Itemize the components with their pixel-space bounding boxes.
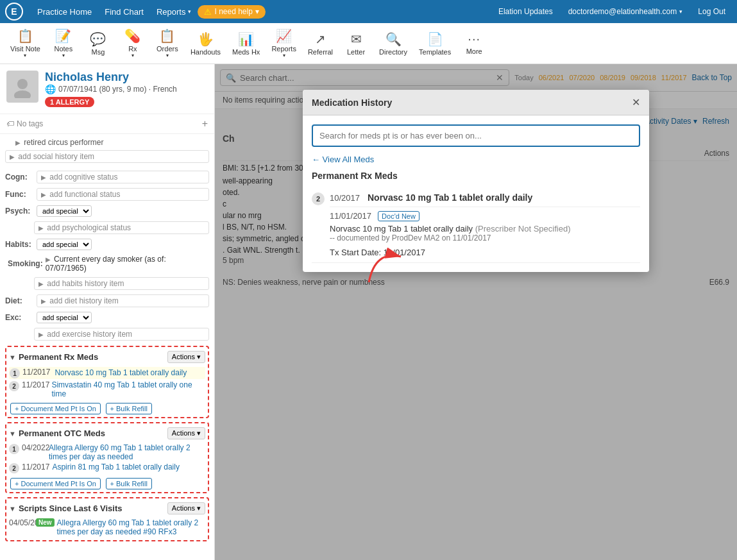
top-nav: E Practice Home Find Chart Reports ▾ ⚠ I… — [0, 0, 737, 23]
reports-toolbar-caret: ▾ — [283, 53, 285, 58]
otc-med-row-2: 2 11/2017 Aspirin 81 mg Tab 1 tablet ora… — [9, 462, 205, 473]
permanent-otc-meds-section: ▼ Permanent OTC Meds Actions ▾ 1 04/2022… — [5, 422, 209, 493]
patient-dob: 07/07/1941 (80 yrs, 9 mo) · French — [58, 85, 177, 94]
rx-med-row-1: 1 11/2017 Norvasc 10 mg Tab 1 tablet ora… — [9, 367, 205, 379]
visit-note-icon: 📋 — [17, 28, 33, 44]
modal-med-row: 2 10/2017 Norvasc 10 mg Tab 1 tablet ora… — [312, 187, 640, 263]
add-psych-btn[interactable]: ▶ add psychological status — [34, 221, 209, 234]
otc-doc-med-btn[interactable]: + Document Med Pt Is On — [10, 478, 101, 489]
no-tags-row: 🏷 No tags + — [0, 114, 214, 134]
more-btn[interactable]: ··· More — [457, 29, 491, 58]
func-row: Func: ▶ add functional status — [0, 187, 214, 202]
rx-meds-actions-btn[interactable]: Actions ▾ — [167, 351, 205, 363]
handouts-btn[interactable]: 🖐 Handouts — [185, 29, 226, 58]
doc-med-btn[interactable]: + Document Med Pt Is On — [10, 403, 101, 414]
visit-note-btn[interactable]: 📋 Visit Note ▾ — [5, 26, 46, 61]
account-caret: ▾ — [679, 8, 682, 15]
scripts-toggle[interactable]: ▼ — [9, 505, 16, 513]
func-label: Func: — [5, 190, 34, 199]
reports-toolbar-btn[interactable]: 📈 Reports ▾ — [266, 26, 301, 61]
add-diet-btn[interactable]: ▶ add diet history item — [37, 294, 209, 307]
tx-date: Tx Start Date: 11/01/2017 — [330, 242, 640, 257]
referral-icon: ↗ — [315, 31, 326, 47]
modal-overlay: Medication History ✕ ← View All Meds Per… — [215, 64, 737, 560]
no-tags-label: No tags — [17, 119, 43, 128]
modal-close-btn[interactable]: ✕ — [632, 96, 640, 108]
add-func-btn[interactable]: ▶ add functional status — [37, 188, 209, 201]
rx-med-date-1: 11/2017 — [22, 368, 50, 377]
habits-add-row: ▶ add habits history item — [0, 276, 214, 291]
expand-exercise-icon: ▶ — [38, 331, 44, 338]
otc-med-date-1: 04/2022 — [22, 443, 46, 452]
directory-icon: 🔍 — [385, 31, 402, 47]
rx-btn[interactable]: 💊 Rx ▾ — [116, 26, 149, 61]
i-need-help-btn[interactable]: ⚠ I need help ▾ — [198, 5, 265, 19]
prescriber-text: (Prescriber Not Specified) — [475, 224, 571, 233]
elation-logo[interactable]: E — [5, 3, 23, 21]
meds-hx-btn[interactable]: 📊 Meds Hx — [227, 29, 265, 58]
scripts-title: ▼ Scripts Since Last 6 Visits — [9, 504, 123, 513]
psych-dropdown[interactable]: add special — [37, 205, 92, 217]
reports-nav[interactable]: Reports ▾ — [150, 7, 198, 17]
modal-body: ← View All Meds Permanent Rx Meds 2 10/2… — [303, 115, 649, 272]
avatar — [6, 71, 38, 103]
rx-icon: 💊 — [124, 28, 140, 44]
visit-note-caret: ▾ — [24, 53, 26, 58]
svg-point-1 — [14, 90, 31, 98]
elation-updates-nav[interactable]: Elation Updates — [492, 7, 559, 16]
exercise-add-row: ▶ add exercise history item — [0, 327, 214, 342]
exercise-dropdown[interactable]: add special — [37, 312, 92, 323]
rx-meds-header: ▼ Permanent Rx Meds Actions ▾ — [9, 350, 205, 364]
scripts-actions-btn[interactable]: Actions ▾ — [167, 502, 205, 514]
allergy-badge[interactable]: 1 ALLERGY — [45, 97, 94, 107]
directory-btn[interactable]: 🔍 Directory — [374, 29, 412, 58]
referral-btn[interactable]: ↗ Referral — [303, 29, 338, 58]
exercise-label: Exc: — [5, 313, 34, 322]
svg-point-0 — [17, 79, 28, 89]
script-link-1[interactable]: Allegra Allergy 60 mg Tab 1 tablet orall… — [57, 518, 205, 536]
add-tag-btn[interactable]: + — [202, 118, 208, 130]
modal-med-name: Norvasc 10 mg Tab 1 tablet orally daily — [368, 192, 532, 203]
add-exercise-btn[interactable]: ▶ add exercise history item — [34, 328, 209, 341]
cogn-label: Cogn: — [5, 173, 34, 182]
orders-btn[interactable]: 📋 Orders ▾ — [151, 26, 184, 61]
otc-med-link-2[interactable]: Aspirin 81 mg Tab 1 tablet orally daily — [52, 462, 180, 471]
rx-med-link-1[interactable]: Norvasc 10 mg Tab 1 tablet orally daily — [53, 368, 189, 378]
otc-meds-actions-btn[interactable]: Actions ▾ — [167, 427, 205, 439]
user-account-nav[interactable]: doctordemo@elationhealth.com ▾ — [562, 7, 690, 16]
rx-meds-btns: + Document Med Pt Is On + Bulk Refill — [9, 401, 205, 414]
rx-meds-toggle[interactable]: ▼ — [9, 353, 16, 361]
add-cogn-btn[interactable]: ▶ add cognitive status — [37, 171, 209, 183]
modal-search-input[interactable] — [312, 124, 640, 147]
otc-meds-toggle[interactable]: ▼ — [9, 430, 16, 437]
view-all-meds-link[interactable]: ← View All Meds — [312, 155, 640, 164]
letter-btn[interactable]: ✉ Letter — [339, 29, 373, 58]
add-habits-btn[interactable]: ▶ add habits history item — [34, 277, 209, 290]
msg-btn[interactable]: 💬 Msg — [81, 29, 115, 58]
otc-med-link-1[interactable]: Allegra Allergy 60 mg Tab 1 tablet orall… — [49, 443, 205, 461]
otc-med-date-2: 11/2017 — [22, 462, 49, 471]
add-social-btn[interactable]: ▶ add social history item — [5, 150, 209, 163]
notes-btn[interactable]: 📝 Notes ▾ — [47, 26, 80, 61]
find-chart-nav[interactable]: Find Chart — [98, 7, 150, 17]
cogn-row: Cogn: ▶ add cognitive status — [0, 169, 214, 185]
otc-med-num-1: 1 — [9, 444, 19, 454]
templates-btn[interactable]: 📄 Templates — [414, 29, 456, 58]
help-caret: ▾ — [255, 7, 259, 16]
otc-bulk-refill-btn[interactable]: + Bulk Refill — [106, 478, 152, 489]
modal-med-date: 10/2017 — [330, 193, 360, 203]
templates-icon: 📄 — [427, 31, 443, 47]
rx-med-link-2[interactable]: Simvastatin 40 mg Tab 1 tablet orally on… — [51, 380, 205, 398]
msg-icon: 💬 — [90, 31, 106, 47]
logout-nav[interactable]: Log Out — [691, 7, 732, 16]
practice-home-nav[interactable]: Practice Home — [31, 7, 98, 17]
modal-med-history-row: 11/01/2017 Doc'd New Norvasc 10 mg Tab 1… — [330, 211, 640, 233]
habits-dropdown[interactable]: add special — [37, 239, 92, 250]
expand-cogn-icon: ▶ — [41, 174, 46, 181]
expand-habits-icon: ▶ — [38, 280, 44, 287]
modal-med-detail-text: Norvasc 10 mg Tab 1 tablet orally daily … — [330, 224, 571, 233]
bulk-refill-btn[interactable]: + Bulk Refill — [106, 403, 152, 414]
habits-row: Habits: add special — [0, 237, 214, 251]
retired-note[interactable]: ▶ retired circus performer — [5, 137, 209, 148]
right-nav: Elation Updates doctordemo@elationhealth… — [492, 7, 732, 16]
